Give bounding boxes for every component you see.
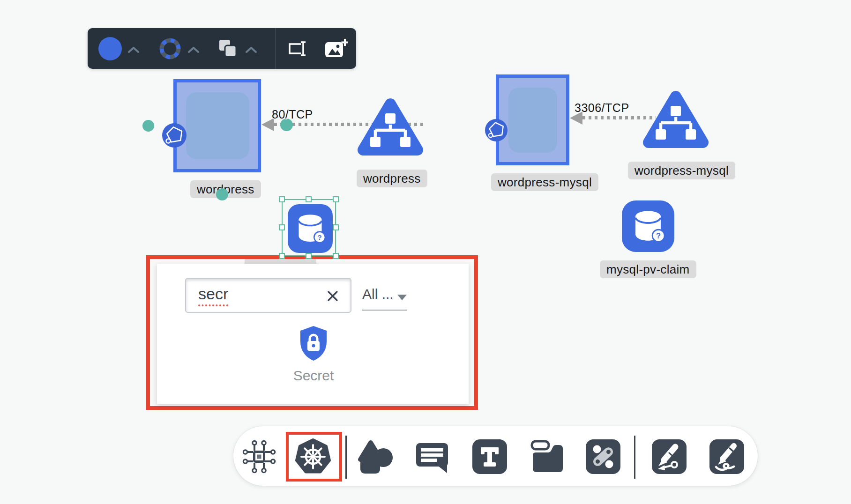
pvc-cylinder-icon: ? (626, 203, 671, 250)
pod-pentagon-icon (485, 119, 508, 141)
chevron-down-icon (397, 295, 407, 300)
secret-result-icon[interactable] (299, 325, 328, 362)
selection-handle[interactable] (333, 253, 339, 259)
border-style-ring-icon[interactable] (159, 37, 181, 60)
style-toolbar (88, 28, 356, 69)
toolbar-divider (275, 28, 276, 69)
chevron-up-icon[interactable] (187, 46, 200, 53)
question-badge: ? (656, 231, 661, 240)
deployment-inner-shape (186, 92, 249, 159)
selection-handle[interactable] (333, 224, 339, 230)
selection-handle[interactable] (279, 196, 285, 202)
freehand-pencil-tool[interactable] (709, 439, 744, 474)
clear-search-icon[interactable] (326, 289, 339, 303)
note-frame-tool[interactable] (529, 439, 566, 473)
selection-handle[interactable] (279, 253, 285, 259)
pvc-node-mysql[interactable]: ? (622, 200, 674, 252)
connection-point-dot[interactable] (216, 188, 228, 200)
pod-badge-icon[interactable] (485, 119, 508, 141)
pen-arrow-tool[interactable] (652, 439, 687, 474)
copy-style-icon[interactable] (217, 37, 239, 59)
deployment-inner-shape (508, 88, 557, 153)
secret-result-label[interactable]: Secret (267, 368, 360, 384)
selection-handle[interactable] (306, 196, 312, 202)
kubernetes-icons-tool[interactable] (293, 437, 333, 476)
edge-port-label[interactable]: 3306/TCP (575, 101, 629, 115)
edge-port-label[interactable]: 80/TCP (272, 108, 313, 121)
comment-tool[interactable] (414, 439, 450, 473)
pod-pentagon-icon (162, 123, 187, 148)
connector-link-glyph (586, 439, 620, 474)
service-node-wordpress[interactable] (358, 96, 423, 159)
selection-handle[interactable] (333, 196, 339, 202)
service-label[interactable]: wordpress-mysql (628, 162, 735, 179)
chevron-up-icon[interactable] (127, 46, 140, 53)
pvc-node-selected[interactable]: ? (288, 204, 333, 253)
deployment-label[interactable]: wordpress-mysql (491, 173, 598, 191)
pvc-cylinder-icon: ? (291, 207, 330, 250)
search-query-text: secr (198, 285, 228, 306)
text-tool-glyph (472, 439, 507, 474)
fill-color-swatch[interactable] (98, 37, 122, 60)
search-input[interactable]: secr (185, 278, 351, 313)
text-field-tool-icon[interactable] (288, 40, 310, 57)
service-node-wordpress-mysql[interactable] (643, 89, 709, 152)
connector-link-tool[interactable] (586, 439, 620, 474)
deployment-node-wordpress[interactable] (173, 79, 261, 172)
selection-handle[interactable] (279, 224, 285, 230)
freehand-pencil-glyph (709, 439, 744, 474)
toolbar-divider (634, 436, 635, 479)
service-label[interactable]: wordpress (357, 170, 427, 187)
canvas-screen: 80/TCP wordpress wordpress 3306/TCP word… (0, 0, 851, 504)
kind-filter-value: All ... (362, 286, 394, 302)
icon-search-popup: secr All ... Secret (157, 264, 469, 404)
shapes-tool[interactable] (357, 439, 394, 475)
infrastructure-icons-tool[interactable] (241, 438, 277, 475)
chevron-up-icon[interactable] (245, 46, 257, 53)
kind-filter-dropdown[interactable]: All ... (362, 286, 407, 311)
question-badge: ? (318, 234, 322, 241)
text-tool[interactable] (472, 439, 507, 474)
pvc-label[interactable]: mysql-pv-claim (600, 260, 696, 278)
pod-badge-icon[interactable] (162, 123, 187, 148)
add-image-tool-icon[interactable] (324, 38, 348, 59)
pen-arrow-glyph (652, 439, 687, 474)
toolbar-divider (345, 436, 347, 479)
tool-palette (233, 426, 758, 486)
selection-handle[interactable] (306, 253, 312, 259)
connection-point-dot[interactable] (142, 120, 154, 132)
